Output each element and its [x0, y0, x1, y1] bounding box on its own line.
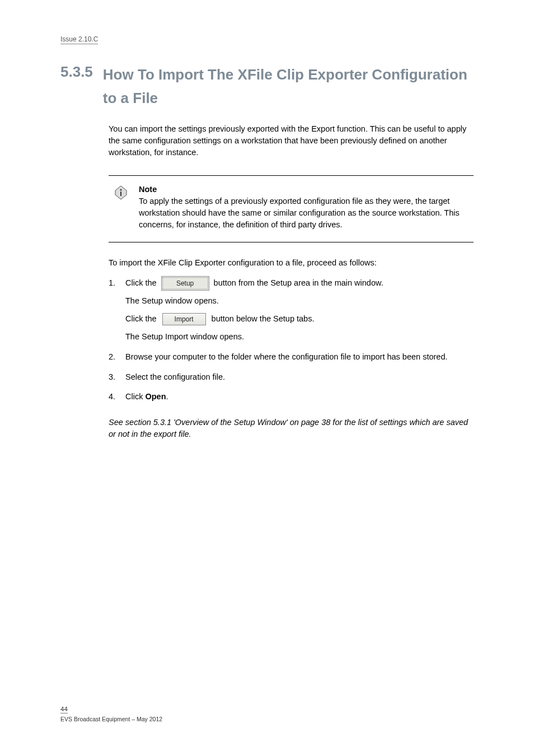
page-number: 44 [60, 706, 68, 713]
step-number: 1. [109, 277, 120, 290]
step-4: 4. Click Open. [109, 391, 474, 403]
step-text: button below the Setup tabs. [212, 313, 315, 325]
step-3: 3. Select the configuration file. [109, 371, 474, 384]
step-number: 3. [109, 371, 120, 384]
step-text: Click the [125, 277, 157, 290]
step-text: Click the [125, 313, 157, 325]
step-subtext: The Setup Import window opens. [125, 331, 474, 343]
section-title: How To Import The XFile Clip Exporter Co… [103, 63, 474, 110]
section-number: 5.3.5 [60, 63, 93, 81]
footer-text: EVS Broadcast Equipment – May 2012 [60, 716, 474, 722]
note-body: To apply the settings of a previously ex… [139, 197, 460, 229]
step-text: Click Open. [125, 391, 474, 403]
note-text: Note To apply the settings of a previous… [139, 184, 469, 231]
steps-list: 1. Click the Setup button from the Setup… [109, 277, 474, 403]
import-button[interactable]: Import [162, 313, 206, 325]
page-footer: 44 EVS Broadcast Equipment – May 2012 [60, 703, 474, 722]
step-number: 2. [109, 351, 120, 363]
svg-point-0 [120, 189, 122, 191]
section-heading: 5.3.5 How To Import The XFile Clip Expor… [60, 63, 474, 110]
step-subtext: The Setup window opens. [125, 295, 474, 307]
step-text: button from the Setup area in the main w… [214, 277, 383, 290]
header-issue: Issue 2.10.C [60, 35, 98, 44]
intro-paragraph: You can import the settings previously e… [109, 123, 474, 158]
closing-paragraph: See section 5.3.1 'Overview of the Setup… [109, 417, 474, 440]
step-1: 1. Click the Setup button from the Setup… [109, 277, 474, 343]
note-box: Note To apply the settings of a previous… [109, 175, 474, 242]
note-label: Note [139, 184, 469, 195]
note-icon [113, 185, 129, 231]
svg-rect-1 [120, 192, 121, 196]
step-text: Browse your computer to the folder where… [125, 351, 474, 363]
steps-intro: To import the XFile Clip Exporter config… [109, 258, 474, 267]
step-2: 2. Browse your computer to the folder wh… [109, 351, 474, 363]
step-text: Select the configuration file. [125, 371, 474, 384]
setup-button[interactable]: Setup [162, 277, 208, 290]
step-number: 4. [109, 391, 120, 403]
